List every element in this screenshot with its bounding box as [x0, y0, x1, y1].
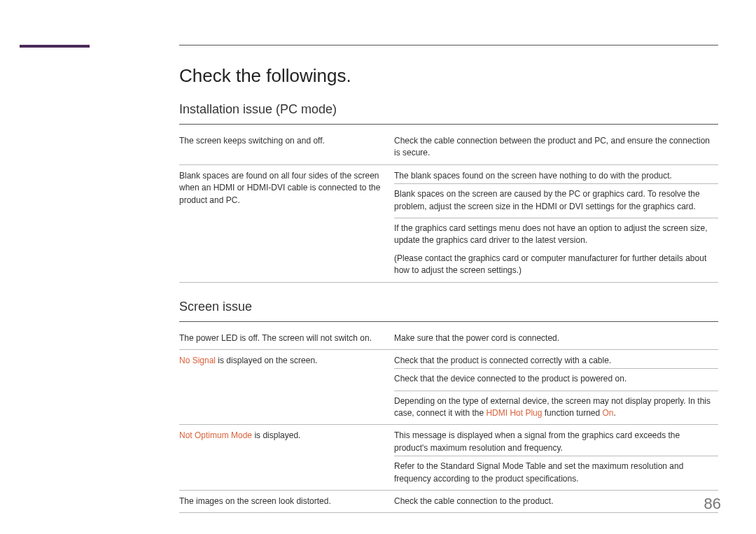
solution-cell: The blank spaces found on the screen hav…: [394, 164, 718, 183]
solution-cell: Refer to the Standard Signal Mode Table …: [394, 456, 718, 491]
highlight-text: No Signal: [179, 356, 216, 365]
solution-cell: This message is displayed when a signal …: [394, 425, 718, 456]
table-row: Not Optimum Mode is displayed. This mess…: [179, 425, 718, 456]
solution-cell: Blank spaces on the screen are caused by…: [394, 184, 718, 218]
table-row: The screen keeps switching on and off. C…: [179, 130, 718, 164]
solution-text: .: [614, 408, 616, 418]
accent-bar: [20, 45, 90, 48]
page-number: 86: [704, 495, 721, 513]
section-rule: [179, 321, 718, 322]
highlight-text: Not Optimum Mode: [179, 430, 252, 440]
installation-table: The screen keeps switching on and off. C…: [179, 130, 718, 283]
table-row: The power LED is off. The screen will no…: [179, 328, 718, 350]
table-row: The images on the screen look distorted.…: [179, 491, 718, 513]
issue-cell: Blank spaces are found on all four sides…: [179, 164, 394, 282]
section-heading-screen: Screen issue: [179, 300, 718, 317]
issue-cell: The images on the screen look distorted.: [179, 491, 394, 513]
highlight-text: On: [603, 408, 614, 418]
solution-cell: Make sure that the power cord is connect…: [394, 328, 718, 350]
table-row: No Signal is displayed on the screen. Ch…: [179, 349, 718, 368]
issue-cell: The power LED is off. The screen will no…: [179, 328, 394, 350]
solution-cell: Check that the device connected to the p…: [394, 369, 718, 391]
section-heading-installation: Installation issue (PC mode): [179, 102, 718, 120]
solution-cell: Check that the product is connected corr…: [394, 349, 718, 368]
page-title: Check the followings.: [179, 65, 718, 87]
table-row: Blank spaces are found on all four sides…: [179, 164, 718, 183]
solution-cell: Depending on the type of external device…: [394, 391, 718, 425]
issue-cell: The screen keeps switching on and off.: [179, 130, 394, 164]
issue-text: is displayed on the screen.: [216, 356, 317, 365]
top-rule: [179, 45, 718, 45]
solution-text: function turned: [542, 408, 602, 418]
issue-cell: No Signal is displayed on the screen.: [179, 349, 394, 425]
issue-cell: Not Optimum Mode is displayed.: [179, 425, 394, 491]
issue-text: is displayed.: [252, 430, 300, 440]
solution-cell: (Please contact the graphics card or com…: [394, 248, 718, 282]
content-area: Check the followings. Installation issue…: [179, 45, 718, 513]
solution-cell: Check the cable connection between the p…: [394, 130, 718, 164]
highlight-text: HDMI Hot Plug: [486, 408, 542, 418]
solution-cell: Check the cable connection to the produc…: [394, 491, 718, 513]
solution-cell: If the graphics card settings menu does …: [394, 218, 718, 248]
screen-issue-table: The power LED is off. The screen will no…: [179, 328, 718, 514]
section-rule: [179, 124, 718, 125]
